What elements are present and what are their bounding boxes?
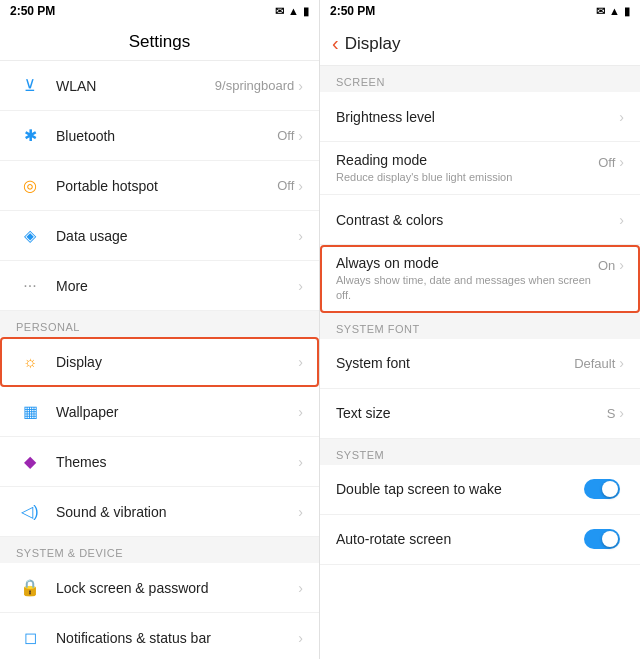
bluetooth-label: Bluetooth — [56, 128, 277, 144]
right-msg-icon: ✉ — [596, 5, 605, 18]
systemfont-chevron: › — [619, 355, 624, 371]
wallpaper-label: Wallpaper — [56, 404, 298, 420]
readingmode-subtitle: Reduce display's blue light emission — [336, 170, 598, 184]
readingmode-value: Off — [598, 155, 615, 170]
more-chevron: › — [298, 278, 303, 294]
alwayson-right: On › — [598, 255, 624, 273]
readingmode-chevron: › — [619, 154, 624, 170]
textsize-label: Text size — [336, 405, 607, 421]
autorotate-toggle[interactable] — [584, 529, 620, 549]
sound-label: Sound & vibration — [56, 504, 298, 520]
alwayson-label: Always on mode — [336, 255, 598, 271]
readingmode-label: Reading mode — [336, 152, 598, 168]
wallpaper-chevron: › — [298, 404, 303, 420]
alwayson-subtitle: Always show time, date and messages when… — [336, 273, 598, 302]
sidebar-item-wallpaper[interactable]: ▦ Wallpaper › — [0, 387, 319, 437]
hotspot-chevron: › — [298, 178, 303, 194]
sidebar-item-lockscreen[interactable]: 🔒 Lock screen & password › — [0, 563, 319, 613]
row-textsize[interactable]: Text size S › — [320, 389, 640, 439]
themes-chevron: › — [298, 454, 303, 470]
right-battery-icon: ▮ — [624, 5, 630, 18]
wallpaper-icon: ▦ — [16, 398, 44, 426]
notifications-chevron: › — [298, 630, 303, 646]
row-autorotate[interactable]: Auto-rotate screen — [320, 515, 640, 565]
lock-icon: 🔒 — [16, 574, 44, 602]
data-icon: ◈ — [16, 222, 44, 250]
left-status-bar: 2:50 PM ✉ ▲ ▮ — [0, 0, 319, 22]
systemfont-value: Default — [574, 356, 615, 371]
lockscreen-chevron: › — [298, 580, 303, 596]
more-label: More — [56, 278, 298, 294]
textsize-chevron: › — [619, 405, 624, 421]
back-button[interactable]: ‹ — [332, 32, 339, 55]
themes-icon: ◆ — [16, 448, 44, 476]
right-wifi-icon: ▲ — [609, 5, 620, 17]
sidebar-item-datausage[interactable]: ◈ Data usage › — [0, 211, 319, 261]
sidebar-item-bluetooth[interactable]: ✱ Bluetooth Off › — [0, 111, 319, 161]
section-screen: SCREEN — [320, 66, 640, 92]
hotspot-icon: ◎ — [16, 172, 44, 200]
right-panel: 2:50 PM ✉ ▲ ▮ ‹ Display SCREEN Brightnes… — [320, 0, 640, 659]
sound-chevron: › — [298, 504, 303, 520]
row-readingmode[interactable]: Reading mode Reduce display's blue light… — [320, 142, 640, 195]
sidebar-item-themes[interactable]: ◆ Themes › — [0, 437, 319, 487]
display-title: Display — [345, 34, 401, 54]
msg-icon: ✉ — [275, 5, 284, 18]
row-systemfont[interactable]: System font Default › — [320, 339, 640, 389]
sound-icon: ◁) — [16, 498, 44, 526]
right-status-bar: 2:50 PM ✉ ▲ ▮ — [320, 0, 640, 22]
section-systemfont: SYSTEM FONT — [320, 313, 640, 339]
alwayson-chevron: › — [619, 257, 624, 273]
row-brightness[interactable]: Brightness level › — [320, 92, 640, 142]
display-chevron: › — [298, 354, 303, 370]
display-icon: ☼ — [16, 348, 44, 376]
section-system-device: SYSTEM & DEVICE — [0, 537, 319, 563]
right-scroll-area[interactable]: SCREEN Brightness level › Reading mode R… — [320, 66, 640, 659]
sidebar-item-sound[interactable]: ◁) Sound & vibration › — [0, 487, 319, 537]
notifications-label: Notifications & status bar — [56, 630, 298, 646]
hotspot-value: Off — [277, 178, 294, 193]
lockscreen-label: Lock screen & password — [56, 580, 298, 596]
battery-icon: ▮ — [303, 5, 309, 18]
wlan-chevron: › — [298, 78, 303, 94]
doubletap-label: Double tap screen to wake — [336, 481, 584, 497]
sidebar-item-wlan[interactable]: ⊻ WLAN 9/springboard › — [0, 61, 319, 111]
sidebar-item-more[interactable]: ··· More › — [0, 261, 319, 311]
sidebar-item-notifications[interactable]: ◻ Notifications & status bar › — [0, 613, 319, 659]
hotspot-label: Portable hotspot — [56, 178, 277, 194]
left-panel: 2:50 PM ✉ ▲ ▮ Settings ⊻ WLAN 9/springbo… — [0, 0, 320, 659]
brightness-chevron: › — [619, 109, 624, 125]
wlan-label: WLAN — [56, 78, 215, 94]
notifications-icon: ◻ — [16, 624, 44, 652]
right-status-icons: ✉ ▲ ▮ — [596, 5, 630, 18]
row-alwayson[interactable]: Always on mode Always show time, date an… — [320, 245, 640, 313]
section-system: SYSTEM — [320, 439, 640, 465]
row-doubletap[interactable]: Double tap screen to wake — [320, 465, 640, 515]
textsize-value: S — [607, 406, 616, 421]
sidebar-item-display[interactable]: ☼ Display › — [0, 337, 319, 387]
wlan-icon: ⊻ — [16, 72, 44, 100]
display-header: ‹ Display — [320, 22, 640, 66]
settings-header: Settings — [0, 22, 319, 61]
sidebar-item-hotspot[interactable]: ◎ Portable hotspot Off › — [0, 161, 319, 211]
bluetooth-value: Off — [277, 128, 294, 143]
alwayson-textwrap: Always on mode Always show time, date an… — [336, 255, 598, 302]
themes-label: Themes — [56, 454, 298, 470]
right-time: 2:50 PM — [330, 4, 375, 18]
alwayson-value: On — [598, 258, 615, 273]
doubletap-toggle[interactable] — [584, 479, 620, 499]
more-icon: ··· — [16, 272, 44, 300]
readingmode-textwrap: Reading mode Reduce display's blue light… — [336, 152, 598, 184]
section-personal: PERSONAL — [0, 311, 319, 337]
left-scroll-area[interactable]: ⊻ WLAN 9/springboard › ✱ Bluetooth Off ›… — [0, 61, 319, 659]
contrast-label: Contrast & colors — [336, 212, 619, 228]
left-status-icons: ✉ ▲ ▮ — [275, 5, 309, 18]
bluetooth-chevron: › — [298, 128, 303, 144]
bluetooth-icon: ✱ — [16, 122, 44, 150]
row-contrast[interactable]: Contrast & colors › — [320, 195, 640, 245]
left-time: 2:50 PM — [10, 4, 55, 18]
display-label: Display — [56, 354, 298, 370]
datausage-chevron: › — [298, 228, 303, 244]
systemfont-label: System font — [336, 355, 574, 371]
datausage-label: Data usage — [56, 228, 298, 244]
